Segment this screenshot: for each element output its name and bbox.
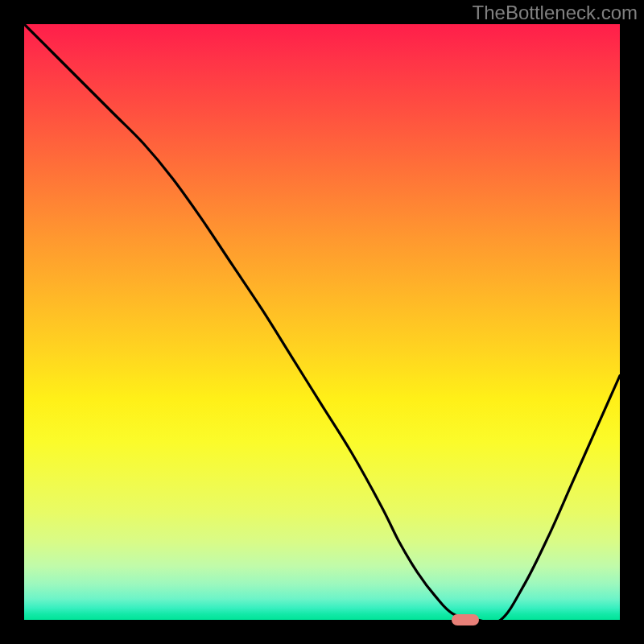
curve-layer <box>24 24 620 620</box>
optimal-point-marker <box>452 614 479 625</box>
plot-area <box>24 24 620 620</box>
watermark-text: TheBottleneck.com <box>473 2 638 24</box>
bottleneck-curve <box>24 24 620 620</box>
chart-container: TheBottleneck.com <box>0 0 644 644</box>
